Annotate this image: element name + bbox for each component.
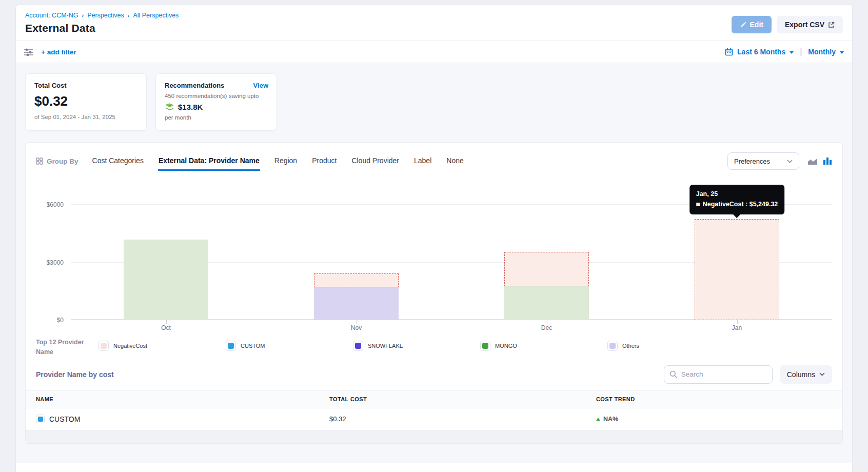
table-row[interactable]: CUSTOM $0.32 NA% bbox=[26, 408, 842, 430]
recommendations-view-link[interactable]: View bbox=[253, 82, 268, 89]
bar-segment-others-nov[interactable] bbox=[314, 287, 399, 320]
bar-segment-mongo-oct[interactable] bbox=[124, 240, 208, 320]
chevron-down-icon[interactable] bbox=[840, 51, 844, 54]
x-axis-label: Nov bbox=[351, 324, 362, 331]
preferences-label: Preferences bbox=[734, 158, 770, 165]
trend-up-icon bbox=[596, 418, 600, 421]
edit-button[interactable]: Edit bbox=[732, 16, 772, 33]
legend-swatch bbox=[226, 341, 236, 351]
breadcrumb-all-perspectives[interactable]: All Perspectives bbox=[133, 12, 179, 19]
search-input[interactable] bbox=[681, 370, 758, 378]
search-icon bbox=[669, 370, 677, 378]
recommendations-savings: $13.8K bbox=[178, 103, 203, 111]
bar-segment-negativecost-nov[interactable] bbox=[314, 273, 399, 288]
filter-bar: + add filter Last 6 Months | Monthly bbox=[16, 41, 852, 63]
table-header-row: NAME TOTAL COST COST TREND bbox=[26, 390, 842, 408]
table-filler-row bbox=[25, 430, 843, 444]
pencil-icon bbox=[740, 22, 746, 28]
chevron-down-icon[interactable] bbox=[790, 51, 794, 54]
group-by-row: Group By Cost Categories External Data: … bbox=[36, 151, 832, 171]
grid-icon bbox=[36, 158, 43, 165]
legend-item-mongo[interactable]: MONGO bbox=[480, 341, 607, 351]
provider-cost-table: NAME TOTAL COST COST TREND CUSTOM $0.32 … bbox=[26, 390, 842, 444]
breadcrumb-separator: › bbox=[128, 12, 130, 18]
row-swatch bbox=[36, 415, 45, 423]
total-cost-value: $0.32 bbox=[34, 93, 137, 109]
legend-item-negativecost[interactable]: NegativeCost bbox=[98, 341, 226, 351]
x-axis-label: Oct bbox=[161, 324, 171, 331]
column-header-name: NAME bbox=[36, 396, 329, 402]
money-icon bbox=[165, 103, 174, 111]
add-filter-button[interactable]: + add filter bbox=[41, 48, 76, 56]
breadcrumb-perspectives[interactable]: Perspectives bbox=[87, 12, 124, 19]
filter-divider: | bbox=[800, 47, 802, 56]
x-axis-label: Dec bbox=[541, 324, 552, 331]
perspective-main-card: Group By Cost Categories External Data: … bbox=[25, 142, 843, 444]
tab-none[interactable]: None bbox=[446, 152, 464, 171]
y-axis-label: $6000 bbox=[47, 201, 64, 208]
chart-type-toggle bbox=[807, 157, 832, 165]
breadcrumb-separator: › bbox=[82, 12, 84, 18]
cost-chart: Jan, 25 NegativeCost : $5,249.32 $0$3000… bbox=[36, 182, 832, 332]
chart-x-axis: OctNovDecJan bbox=[71, 320, 832, 332]
page-header: Account: CCM-NG › Perspectives › All Per… bbox=[16, 5, 852, 41]
total-cost-daterange: of Sep 01, 2024 - Jan 31, 2025 bbox=[34, 114, 137, 120]
tooltip-value-line: NegativeCost : $5,249.32 bbox=[696, 200, 778, 209]
chart-tooltip: Jan, 25 NegativeCost : $5,249.32 bbox=[689, 185, 785, 214]
search-box bbox=[664, 365, 773, 384]
filter-sliders-icon[interactable] bbox=[24, 48, 33, 56]
bar-chart-icon[interactable] bbox=[823, 157, 832, 165]
page-title: External Data bbox=[25, 22, 843, 34]
tab-product[interactable]: Product bbox=[311, 152, 337, 171]
tooltip-series-bullet bbox=[696, 203, 700, 206]
legend-swatch bbox=[480, 341, 490, 351]
breadcrumb: Account: CCM-NG › Perspectives › All Per… bbox=[25, 12, 843, 19]
export-csv-label: Export CSV bbox=[785, 21, 824, 29]
total-cost-title: Total Cost bbox=[34, 82, 137, 89]
export-csv-button[interactable]: Export CSV bbox=[777, 16, 843, 33]
tab-label[interactable]: Label bbox=[413, 152, 432, 171]
legend-title: Top 12 Provider Name bbox=[36, 338, 98, 357]
x-axis-label: Jan bbox=[732, 324, 742, 331]
legend-swatch bbox=[353, 341, 363, 351]
bar-segment-mongo-dec[interactable] bbox=[504, 286, 589, 320]
header-actions: Edit Export CSV bbox=[732, 16, 843, 33]
content-area: Total Cost $0.32 of Sep 01, 2024 - Jan 3… bbox=[16, 63, 852, 463]
tab-region[interactable]: Region bbox=[274, 152, 298, 171]
legend-swatch bbox=[607, 341, 618, 351]
row-cost-trend: NA% bbox=[596, 416, 842, 423]
columns-button[interactable]: Columns bbox=[780, 365, 832, 384]
tab-cost-categories[interactable]: Cost Categories bbox=[92, 152, 144, 171]
group-by-tabs: Cost Categories External Data: Provider … bbox=[92, 152, 464, 171]
time-range-dropdown[interactable]: Last 6 Months bbox=[737, 48, 785, 56]
summary-cards-row: Total Cost $0.32 of Sep 01, 2024 - Jan 3… bbox=[25, 73, 843, 131]
row-total-cost: $0.32 bbox=[329, 415, 596, 423]
y-axis-label: $0 bbox=[57, 317, 64, 324]
time-filter-group: Last 6 Months | Monthly bbox=[725, 47, 844, 56]
bar-segment-negativecost-dec[interactable] bbox=[504, 252, 589, 287]
total-cost-card: Total Cost $0.32 of Sep 01, 2024 - Jan 3… bbox=[25, 73, 147, 131]
table-title-row: Provider Name by cost Columns bbox=[36, 365, 832, 384]
bar-segment-negativecost-jan[interactable] bbox=[695, 219, 779, 320]
preferences-dropdown[interactable]: Preferences bbox=[727, 152, 799, 170]
tooltip-title: Jan, 25 bbox=[696, 189, 778, 199]
perspective-panel: Account: CCM-NG › Perspectives › All Per… bbox=[15, 4, 853, 472]
recommendations-period: per month bbox=[165, 114, 268, 121]
tab-external-data-provider-name[interactable]: External Data: Provider Name bbox=[158, 152, 260, 171]
chart-legend: Top 12 Provider Name NegativeCost CUSTOM bbox=[36, 338, 832, 357]
granularity-dropdown[interactable]: Monthly bbox=[808, 48, 836, 56]
y-axis-label: $3000 bbox=[47, 259, 64, 266]
recommendations-summary: 450 recommendation(s) saving upto bbox=[165, 93, 268, 99]
legend-item-custom[interactable]: CUSTOM bbox=[226, 341, 353, 351]
column-header-cost-trend: COST TREND bbox=[596, 396, 842, 402]
row-provider-name: CUSTOM bbox=[49, 415, 80, 423]
chart-plot: Jan, 25 NegativeCost : $5,249.32 $0$3000… bbox=[71, 182, 832, 320]
area-chart-icon[interactable] bbox=[807, 158, 818, 165]
table-title: Provider Name by cost bbox=[36, 370, 114, 379]
legend-item-others[interactable]: Others bbox=[607, 341, 735, 351]
group-by-label: Group By bbox=[36, 158, 78, 165]
legend-item-snowflake[interactable]: SNOWFLAKE bbox=[353, 341, 480, 351]
legend-swatch bbox=[98, 341, 109, 351]
tab-cloud-provider[interactable]: Cloud Provider bbox=[351, 152, 400, 171]
breadcrumb-account[interactable]: Account: CCM-NG bbox=[25, 12, 78, 19]
